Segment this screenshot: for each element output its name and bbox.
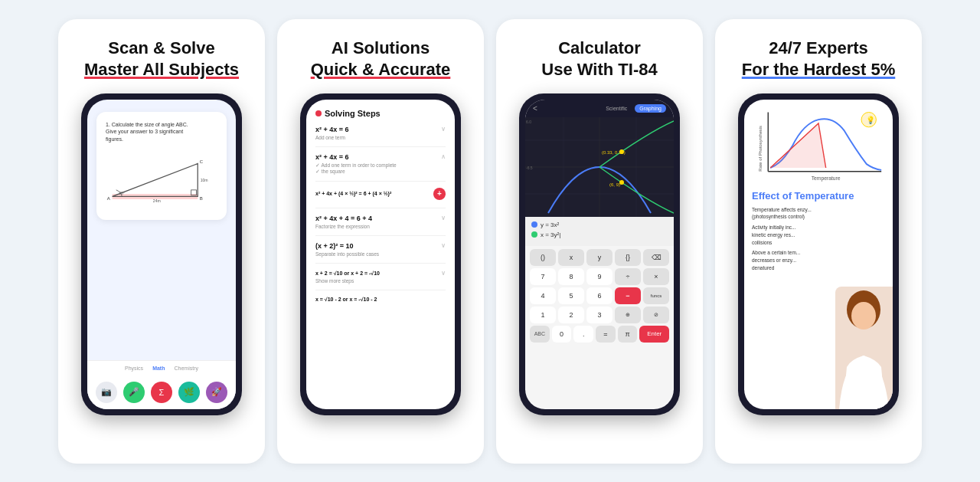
key-7[interactable]: 7 — [530, 268, 556, 285]
tab-graphing[interactable]: Graphing — [635, 104, 666, 113]
key-8[interactable]: 8 — [558, 268, 584, 285]
tab-scientific[interactable]: Scientific — [601, 104, 632, 113]
key-2[interactable]: 2 — [558, 307, 584, 323]
svg-text:6.0: 6.0 — [526, 120, 531, 124]
equation-list: y = 3x² x = 3y²| — [525, 217, 674, 246]
eq-dot-1 — [531, 221, 537, 228]
eq-text-2: x = 3y²| — [541, 231, 560, 238]
card1-title: Scan & Solve Master All Subjects — [84, 38, 239, 81]
key-parens[interactable]: () — [530, 249, 556, 266]
key-abc[interactable]: ABC — [530, 326, 550, 343]
key-icon1[interactable]: ⊕ — [615, 307, 641, 323]
step-4-eq: x² + 4x + 4 = 6 + 4 ∨ — [315, 215, 446, 222]
step-4[interactable]: x² + 4x + 4 = 6 + 4 ∨ Factorize the expr… — [315, 215, 446, 236]
tab-math[interactable]: Math — [152, 366, 165, 371]
tool-camera[interactable]: 📷 — [96, 382, 117, 403]
key-braces[interactable]: {} — [615, 249, 641, 266]
eq-item-2[interactable]: x = 3y²| — [531, 231, 668, 238]
key-6[interactable]: 6 — [586, 287, 612, 304]
key-backspace[interactable]: ⌫ — [643, 249, 669, 266]
key-x[interactable]: x — [558, 249, 584, 266]
photosynthesis-graph: Rate of Photosynthesis Temperature — [752, 107, 885, 184]
problem-text: 1. Calculate the size of angle ABC. Give… — [106, 121, 217, 143]
step-7-eq: x = √10 - 2 or x = -√10 - 2 — [315, 297, 446, 302]
scan-content: 1. Calculate the size of angle ABC. Give… — [87, 100, 236, 360]
card3-title-line1: Calculator — [558, 38, 641, 57]
card2-title-line1: AI Solutions — [332, 38, 430, 57]
effect-section: Effect of Temperature Temperature affect… — [752, 190, 885, 272]
svg-text:-6.5: -6.5 — [526, 166, 533, 170]
card1-screen: 1. Calculate the size of angle ABC. Give… — [87, 100, 236, 409]
step-6[interactable]: x + 2 = √10 or x + 2 = -√10 ∨ Show more … — [315, 270, 446, 290]
key-funcs[interactable]: funcs — [643, 287, 669, 304]
key-row-1: 7 8 9 ÷ × — [530, 268, 669, 285]
key-0[interactable]: 0 — [552, 326, 572, 343]
svg-text:24m: 24m — [153, 198, 161, 203]
card-experts: 24/7 Experts For the Hardest 5% Rate of … — [715, 19, 922, 464]
eq-dot-2 — [531, 231, 537, 238]
tool-mic[interactable]: 🎤 — [123, 382, 145, 403]
key-5[interactable]: 5 — [558, 287, 584, 304]
tab-chemistry[interactable]: Chemistry — [174, 366, 198, 371]
calc-back-btn[interactable]: < — [533, 104, 537, 113]
calc-header: < Scientific Graphing — [525, 100, 674, 117]
subject-tabs: Physics Math Chemistry — [87, 360, 236, 375]
steps-title: Solving Steps — [315, 109, 446, 118]
card-ai-solutions: AI Solutions Quick & Accurate Solving St… — [277, 19, 484, 464]
key-4[interactable]: 4 — [530, 287, 556, 304]
svg-text:Temperature: Temperature — [812, 175, 841, 182]
key-pi[interactable]: π — [618, 326, 638, 343]
step-6-eq: x + 2 = √10 or x + 2 = -√10 ∨ — [315, 270, 446, 277]
triangle-diagram: A B C 24m 10m 28° — [106, 149, 217, 211]
math-problem-box: 1. Calculate the size of angle ABC. Give… — [96, 112, 227, 220]
eq-text-1: y = 3x² — [541, 221, 559, 228]
key-enter[interactable]: Enter — [639, 326, 669, 343]
key-minus[interactable]: − — [615, 287, 641, 304]
key-multiply[interactable]: × — [643, 268, 669, 285]
card4-title-line1: 24/7 Experts — [769, 38, 868, 57]
calc-keys: () x y {} ⌫ 7 8 9 ÷ × 4 — [525, 246, 674, 409]
card2-title-line2: Quick & Accurate — [311, 60, 451, 79]
card1-title-line1: Scan & Solve — [108, 38, 214, 57]
step-add-btn[interactable]: + — [433, 188, 446, 200]
steps-title-text: Solving Steps — [325, 109, 381, 118]
tab-physics[interactable]: Physics — [125, 366, 143, 371]
calc-tabs: Scientific Graphing — [601, 104, 666, 113]
graph-area: (0.33, 0.32) (6, 9) 6.0 -6.5 — [525, 117, 674, 217]
key-3[interactable]: 3 — [586, 307, 612, 323]
key-divide[interactable]: ÷ — [615, 268, 641, 285]
key-equals[interactable]: = — [596, 326, 616, 343]
key-1[interactable]: 1 — [530, 307, 556, 323]
key-row-3: 1 2 3 ⊕ ⊘ — [530, 307, 669, 323]
card4-phone: Rate of Photosynthesis Temperature — [738, 93, 899, 415]
svg-text:10m: 10m — [201, 178, 208, 182]
card3-screen: < Scientific Graphing — [525, 100, 674, 409]
step-1[interactable]: x² + 4x = 6 ∨ Add one term — [315, 126, 446, 147]
card2-screen: Solving Steps x² + 4x = 6 ∨ Add one term… — [306, 100, 455, 409]
tool-leaf[interactable]: 🌿 — [178, 382, 200, 403]
card4-screen: Rate of Photosynthesis Temperature — [744, 100, 893, 409]
card3-title: Calculator Use With TI-84 — [541, 38, 657, 81]
step-6-desc: Show more steps — [315, 278, 446, 284]
card4-title: 24/7 Experts For the Hardest 5% — [742, 38, 896, 81]
key-9[interactable]: 9 — [586, 268, 612, 285]
eq-item-1[interactable]: y = 3x² — [531, 221, 668, 228]
step-5[interactable]: (x + 2)² = 10 ∨ Separate into possible c… — [315, 242, 446, 264]
step-3-eq: x² + 4x + (4 × ½)² = 6 + (4 × ½)² + — [315, 188, 446, 200]
step-5-eq: (x + 2)² = 10 ∨ — [315, 242, 446, 250]
card1-title-line2: Master All Subjects — [84, 60, 239, 79]
step-2[interactable]: x² + 4x = 6 ∧ ✓ Add one term in order to… — [315, 153, 446, 182]
key-icon2[interactable]: ⊘ — [643, 307, 669, 323]
effect-para-3: Above a certain tem...decreases or enzy.… — [752, 249, 885, 271]
card3-title-line2: Use With TI-84 — [541, 60, 657, 79]
tool-rocket[interactable]: 🚀 — [206, 382, 227, 403]
key-row-0: () x y {} ⌫ — [530, 249, 669, 266]
key-dot[interactable]: . — [573, 326, 593, 343]
key-y[interactable]: y — [586, 249, 612, 266]
card-scan-solve: Scan & Solve Master All Subjects 1. Calc… — [58, 19, 265, 464]
svg-text:C: C — [200, 159, 204, 164]
page-wrapper: Scan & Solve Master All Subjects 1. Calc… — [0, 0, 980, 482]
step-3[interactable]: x² + 4x + (4 × ½)² = 6 + (4 × ½)² + — [315, 188, 446, 208]
card3-phone: < Scientific Graphing — [519, 93, 680, 415]
tool-sigma[interactable]: Σ — [151, 382, 172, 403]
